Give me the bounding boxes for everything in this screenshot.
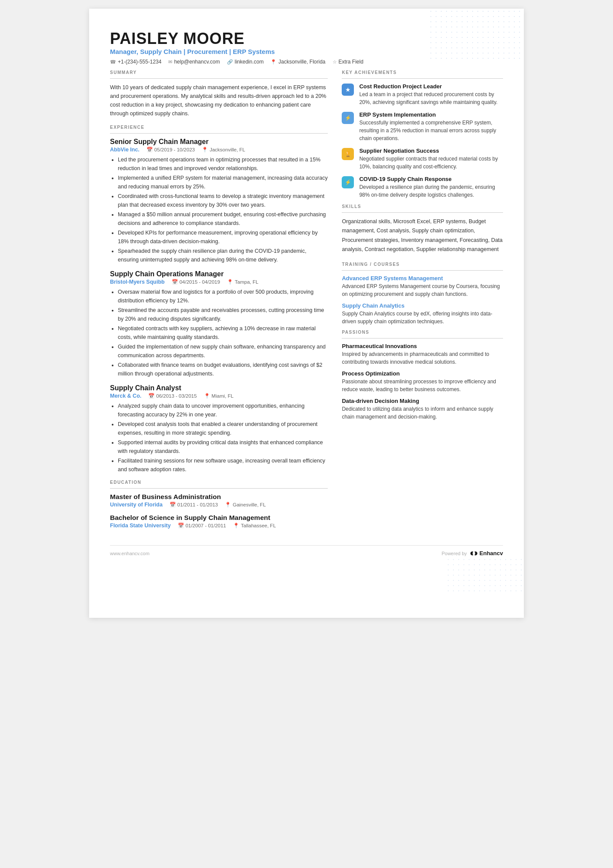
passion-3: Data-driven Decision Making Dedicated to… xyxy=(342,398,503,421)
course-1-desc: Advanced ERP Systems Management course b… xyxy=(342,282,503,298)
location-value: Jacksonville, Florida xyxy=(278,59,325,65)
bullet: Developed KPIs for performance measureme… xyxy=(118,228,328,246)
achievement-1-icon: ★ xyxy=(342,84,354,96)
job-1: Senior Supply Chain Manager AbbVie Inc. … xyxy=(110,138,328,264)
job-2: Supply Chain Operations Manager Bristol-… xyxy=(110,270,328,378)
education-label: EDUCATION xyxy=(110,480,328,485)
footer-website: www.enhancv.com xyxy=(110,551,150,556)
job-2-location: 📍 Tampa, FL xyxy=(227,279,258,285)
email-contact: ✉ help@enhancv.com xyxy=(168,59,220,65)
job-1-title: Senior Supply Chain Manager xyxy=(110,138,328,146)
dot-pattern-top xyxy=(428,9,524,61)
achievement-2-desc: Successfully implemented a comprehensive… xyxy=(359,119,503,142)
achievement-3-content: Supplier Negotiation Success Negotiated … xyxy=(359,147,503,171)
bullet: Developed cost analysis tools that enabl… xyxy=(118,420,328,437)
star-icon: ☆ xyxy=(333,59,337,65)
achievement-3-desc: Negotiated supplier contracts that reduc… xyxy=(359,155,503,171)
achievements-label: KEY ACHIEVEMENTS xyxy=(342,70,503,75)
pin-icon-2: 📍 xyxy=(227,279,233,285)
bullet: Led the procurement operations team in o… xyxy=(118,155,328,173)
bullet: Facilitated training sessions for new so… xyxy=(118,456,328,474)
resume-page: PAISLEY MOORE Manager, Supply Chain | Pr… xyxy=(89,9,524,618)
job-2-dates: 📅 04/2015 - 04/2019 xyxy=(172,279,220,285)
job-1-bullets: Led the procurement operations team in o… xyxy=(110,155,328,264)
enhancv-brand: Enhancv xyxy=(470,550,503,556)
enhancv-logo-svg xyxy=(470,550,478,556)
job-2-meta: Bristol-Myers Squibb 📅 04/2015 - 04/2019… xyxy=(110,279,328,285)
location-icon: 📍 xyxy=(270,59,277,65)
achievement-1-title: Cost Reduction Project Leader xyxy=(359,83,503,90)
job-3-meta: Merck & Co. 📅 06/2013 - 03/2015 📍 Miami,… xyxy=(110,393,328,399)
edu-1-dates: 📅 01/2011 - 01/2013 xyxy=(170,502,218,508)
passion-2-desc: Passionate about streamlining processes … xyxy=(342,378,503,393)
phone-contact: ☎ +1-(234)-555-1234 xyxy=(110,59,161,65)
pin-icon-1: 📍 xyxy=(202,147,208,153)
edu-2-meta: Florida State University 📅 01/2007 - 01/… xyxy=(110,523,328,529)
edu-2: Bachelor of Science in Supply Chain Mana… xyxy=(110,514,328,529)
edu-2-degree: Bachelor of Science in Supply Chain Mana… xyxy=(110,514,328,522)
edu-1-location: 📍 Gainesville, FL xyxy=(225,502,266,508)
bullet: Managed a $50 million annual procurement… xyxy=(118,210,328,228)
passion-1-title: Pharmaceutical Innovations xyxy=(342,343,503,349)
job-3-location: 📍 Miami, FL xyxy=(204,393,233,399)
achievement-2-title: ERP System Implementation xyxy=(359,111,503,118)
powered-by-text: Powered by xyxy=(442,551,467,556)
education-divider xyxy=(110,488,328,489)
edu-2-school: Florida State University xyxy=(110,523,171,529)
job-2-title: Supply Chain Operations Manager xyxy=(110,270,328,278)
phone-value: +1-(234)-555-1234 xyxy=(118,59,161,65)
dot-pattern-bottom xyxy=(446,557,524,592)
edu-1-meta: University of Florida 📅 01/2011 - 01/201… xyxy=(110,502,328,508)
email-icon: ✉ xyxy=(168,59,172,65)
training-divider xyxy=(342,270,503,271)
calendar-icon-1: 📅 xyxy=(147,147,153,153)
passion-1-desc: Inspired by advancements in pharmaceutic… xyxy=(342,350,503,366)
passions-divider xyxy=(342,338,503,338)
bullet: Guided the implementation of new supply … xyxy=(118,342,328,360)
link-icon: 🔗 xyxy=(227,59,233,65)
achievement-1: ★ Cost Reduction Project Leader Led a te… xyxy=(342,83,503,106)
achievement-4-desc: Developed a resilience plan during the p… xyxy=(359,183,503,199)
bullet: Supported internal audits by providing c… xyxy=(118,438,328,456)
passion-2-title: Process Optimization xyxy=(342,370,503,377)
edu-2-dates: 📅 01/2007 - 01/2011 xyxy=(178,523,226,529)
bullet: Coordinated with cross-functional teams … xyxy=(118,192,328,209)
achievement-2: ⚡ ERP System Implementation Successfully… xyxy=(342,111,503,142)
website-value: linkedin.com xyxy=(235,59,264,65)
pin-icon-e2: 📍 xyxy=(233,523,239,529)
experience-divider xyxy=(110,133,328,134)
summary-text: With 10 years of dedicated supply chain … xyxy=(110,83,328,118)
edu-1: Master of Business Administration Univer… xyxy=(110,493,328,508)
passion-3-desc: Dedicated to utilizing data analytics to… xyxy=(342,405,503,421)
pin-icon-e1: 📍 xyxy=(225,502,231,508)
footer: www.enhancv.com Powered by Enhancv xyxy=(110,545,503,556)
bullet: Collaborated with finance teams on budge… xyxy=(118,361,328,378)
job-1-location: 📍 Jacksonville, FL xyxy=(202,147,245,153)
phone-icon: ☎ xyxy=(110,59,116,65)
extra-contact: ☆ Extra Field xyxy=(333,59,363,65)
summary-label: SUMMARY xyxy=(110,70,328,75)
job-3-title: Supply Chain Analyst xyxy=(110,384,328,392)
edu-2-location: 📍 Tallahassee, FL xyxy=(233,523,276,529)
passion-1: Pharmaceutical Innovations Inspired by a… xyxy=(342,343,503,366)
passion-3-title: Data-driven Decision Making xyxy=(342,398,503,404)
job-2-bullets: Oversaw material flow and logistics for … xyxy=(110,288,328,378)
job-1-meta: AbbVie Inc. 📅 05/2019 - 10/2023 📍 Jackso… xyxy=(110,147,328,153)
job-1-dates: 📅 05/2019 - 10/2023 xyxy=(147,147,195,153)
job-3-company: Merck & Co. xyxy=(110,393,141,399)
achievement-4: ⚡ COVID-19 Supply Chain Response Develop… xyxy=(342,176,503,199)
edu-1-school: University of Florida xyxy=(110,502,163,508)
two-column-layout: SUMMARY With 10 years of dedicated suppl… xyxy=(110,70,503,535)
passion-2: Process Optimization Passionate about st… xyxy=(342,370,503,393)
training-label: TRAINING / COURSES xyxy=(342,262,503,267)
achievement-4-title: COVID-19 Supply Chain Response xyxy=(359,176,503,182)
bullet: Negotiated contracts with key suppliers,… xyxy=(118,324,328,342)
achievements-divider xyxy=(342,78,503,79)
achievement-1-content: Cost Reduction Project Leader Led a team… xyxy=(359,83,503,106)
calendar-icon-e2: 📅 xyxy=(178,523,184,529)
pin-icon-3: 📍 xyxy=(204,393,210,399)
enhancv-name: Enhancv xyxy=(480,550,503,556)
edu-1-degree: Master of Business Administration xyxy=(110,493,328,501)
skills-divider xyxy=(342,212,503,213)
course-2-desc: Supply Chain Analytics course by edX, of… xyxy=(342,310,503,325)
